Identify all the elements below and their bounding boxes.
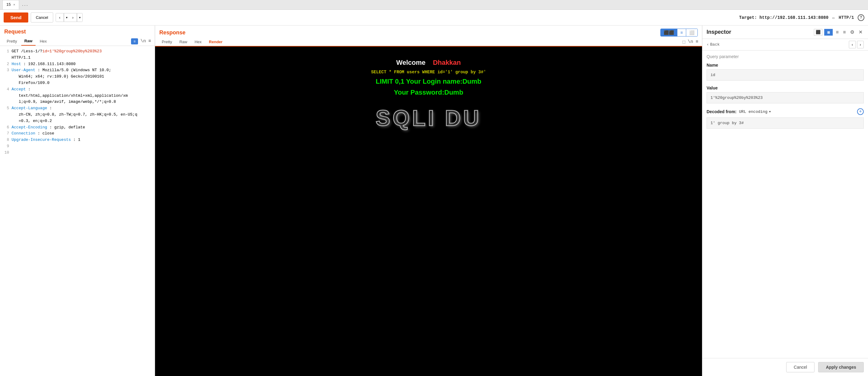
line-num-10: 10 [4,150,9,156]
line-num-7: 7 [4,131,9,137]
insp-settings-icon[interactable]: ⚙ [849,29,856,36]
request-panel: Request Pretty Raw Hex ≡ \n ≡ 1 GET /Les… [0,26,155,376]
decoded-value-field[interactable]: 1' group by 3# [707,117,864,129]
wrap-icon[interactable]: ≡ [148,39,151,44]
line-7: 7 Connection : close [4,131,151,137]
query-param-label: Query parameter [707,54,864,59]
name-field-label: Name [707,63,864,67]
nav-right-drop-button[interactable]: ▾ [77,13,83,22]
insp-align-right-icon[interactable]: ≡ [842,29,847,36]
line-8: 8 Upgrade-Insecure-Requests : 1 [4,137,151,143]
decoded-from-label: Decoded from: [707,109,737,114]
request-action-btn[interactable]: ≡ [131,38,138,45]
line-http: HTTP/1.1 [4,55,151,61]
edit-target-icon[interactable]: ✏️ [832,15,835,21]
line-num-8: 8 [4,137,9,143]
value-field-label: Value [707,85,864,90]
tab-bar: 15 × ... [0,0,868,10]
insp-close-icon[interactable]: ✕ [857,29,864,36]
nav-right-button[interactable]: › [69,13,77,22]
tab-actions: ≡ \n ≡ [131,38,151,45]
response-tab-render[interactable]: Render [206,38,225,46]
view-split-btn[interactable]: ⬛⬛ [661,29,677,36]
welcome-red-text: Dhakkan [433,59,461,66]
tab-pretty[interactable]: Pretty [4,37,20,45]
back-button[interactable]: ‹ Back [707,42,720,47]
cancel-button[interactable]: Cancel [31,12,53,23]
response-tab-raw[interactable]: Raw [176,38,190,46]
inspector-footer: Cancel Apply changes [702,358,868,376]
nav-buttons: ‹ ▾ › ▾ [56,13,83,22]
nav-left-drop-button[interactable]: ▾ [64,13,69,22]
request-tab-row: Pretty Raw Hex ≡ \n ≡ [0,37,155,46]
line-num-http [4,55,9,61]
line-3: 3 User-Agent : Mozilla/5.0 (Windows NT 1… [4,67,151,86]
response-tab-row: Pretty Raw Hex Render ⬚ \n ≡ [155,38,702,47]
tab-hex[interactable]: Hex [37,37,50,45]
welcome-white-text: Welcome [396,59,425,66]
apply-changes-button[interactable]: Apply changes [818,362,864,372]
add-encoding-button[interactable]: + [857,108,864,115]
line-content-1: GET /Less-1/?id=1'%20group%20by%203%23 [11,48,151,55]
tab-raw[interactable]: Raw [21,37,36,46]
insp-align-left-icon[interactable]: ≡ [835,29,840,36]
tab-dots[interactable]: ... [19,3,31,7]
line-num-3: 3 [4,67,9,86]
response-tab-actions: ⬚ \n ≡ [683,39,699,45]
line-num-1: 1 [4,48,9,55]
name-field-value[interactable]: id [707,69,864,81]
line-content-5: Accept-Language : zh-CN, zh;q=0.8, zh-TW… [11,105,151,124]
line-4: 4 Accept : text/html,application/xhtml+x… [4,86,151,105]
line-content-4: Accept : text/html,application/xhtml+xml… [11,86,151,105]
nav-arrows: ‹ › [849,41,864,48]
render-content: Welcome Dhakkan SELECT * FROM users WHER… [155,47,702,376]
send-button[interactable]: Send [4,12,28,23]
help-icon[interactable]: ? [858,14,864,21]
newline-icon[interactable]: \n [141,39,146,44]
response-tab-pretty[interactable]: Pretty [159,38,175,46]
line-6: 6 Accept-Encoding : gzip, deflate [4,124,151,131]
inspector-nav: ‹ Back ‹ › [702,39,868,51]
nav-left-button[interactable]: ‹ [56,13,64,22]
sql-query-line: SELECT * FROM users WHERE id='1' group b… [371,70,486,75]
tab-close-icon[interactable]: × [13,3,15,7]
password-line: Your Password:Dumb [394,89,463,96]
response-action-2[interactable]: \n [688,39,693,45]
line-num-2: 2 [4,61,9,67]
tab-number: 15 [6,3,11,7]
view-list-btn[interactable]: ≡ [677,29,686,36]
decoded-type-select[interactable]: URL encoding ▾ [739,109,771,114]
request-content: 1 GET /Less-1/?id=1'%20group%20by%203%23… [0,46,155,376]
decoded-type-text: URL encoding [739,110,768,114]
inspector-panel: Inspector ⬛ ▦ ≡ ≡ ⚙ ✕ ‹ Back ‹ › Query p… [702,26,868,376]
tab-15[interactable]: 15 × [2,0,19,9]
nav-prev-btn[interactable]: ‹ [849,41,856,48]
response-action-3[interactable]: ≡ [695,39,699,45]
response-tab-hex[interactable]: Hex [191,38,205,46]
view-buttons: ⬛⬛ ≡ ⬜ [660,29,698,36]
nav-next-btn[interactable]: › [857,41,864,48]
response-panel: Response ⬛⬛ ≡ ⬜ Pretty Raw Hex Render ⬚ … [155,26,702,376]
insp-view-list[interactable]: ▦ [824,29,833,36]
http-version: HTTP/1 [839,15,854,20]
response-header: Response ⬛⬛ ≡ ⬜ [155,26,702,36]
welcome-line: Welcome Dhakkan [396,59,461,67]
value-field-value[interactable]: 1'%20group%20by%203%23 [707,92,864,104]
line-2: 2 Host : 192.168.111.143:8080 [4,61,151,67]
line-5: 5 Accept-Language : zh-CN, zh;q=0.8, zh-… [4,105,151,124]
name-field-group: Name id [707,63,864,81]
inspector-header: Inspector ⬛ ▦ ≡ ≡ ⚙ ✕ [702,26,868,39]
chevron-down-icon: ▾ [769,109,771,114]
line-content-9 [11,143,151,150]
line-1: 1 GET /Less-1/?id=1'%20group%20by%203%23 [4,48,151,55]
response-title: Response [159,30,185,36]
view-single-btn[interactable]: ⬜ [686,29,698,36]
line-content-10 [11,150,151,156]
insp-view-split[interactable]: ⬛ [814,29,823,36]
line-9: 9 [4,143,151,150]
response-action-1[interactable]: ⬚ [683,39,685,45]
cancel-changes-button[interactable]: Cancel [786,362,815,372]
back-chevron-icon: ‹ [707,42,709,47]
target-info: Target: http://192.168.111.143:8080 ✏️ H… [739,14,864,21]
main-layout: Request Pretty Raw Hex ≡ \n ≡ 1 GET /Les… [0,26,868,376]
